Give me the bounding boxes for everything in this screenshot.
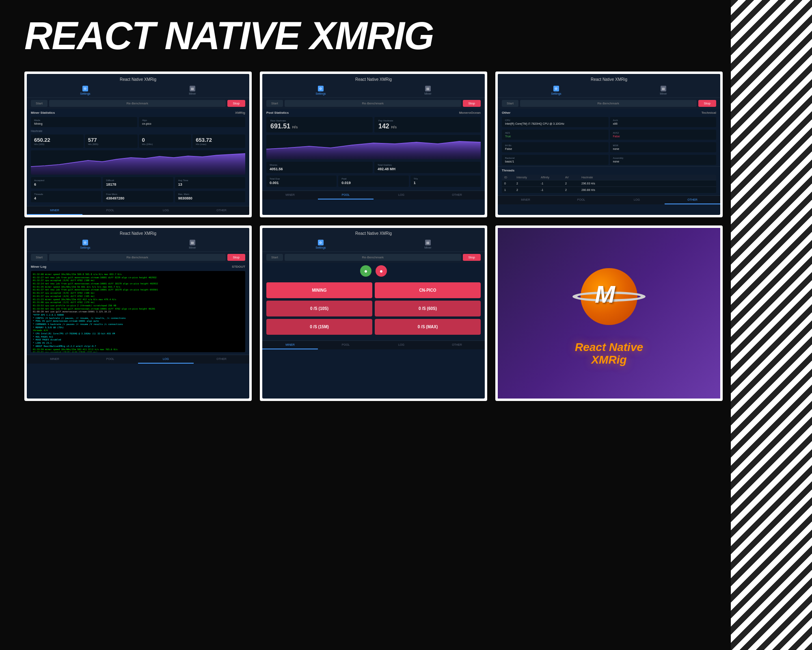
stats-row-1: Accepted 6 Difficult 18178 Avg Time 13 [27,176,249,190]
page-title: REACT NATIVE XMRIG [24,16,788,55]
paid-box: Paid 0.019 [338,176,408,187]
app-header-3: React Native XMRig [498,74,720,84]
gear-icon-5: ⚙ [318,240,324,245]
log-line: 01:01:37 cpu accepted (5/0) diff 4702 (1… [33,292,243,295]
speed-10s-button[interactable]: 0 /S (10S) [266,301,372,316]
stop-button-3[interactable]: Stop [698,100,716,107]
app-header-4: React Native XMRig [27,228,249,238]
bottom-tab-miner-1[interactable]: MINER [27,206,82,215]
txs-box: TXs 1 [410,176,481,187]
log-line: * MEMORY 5.5/8 GB (75%) [33,326,243,329]
screen-miner-inner: React Native XMRig ⚙ Settings ▤ Miner St… [27,74,249,215]
speed-max-button[interactable]: 0 /S (MAX) [375,319,481,335]
bottom-tab-pool-5[interactable]: POOL [318,341,374,349]
log-line: 01:32:08 miner speed 10s/60s/15m 569.8 5… [33,273,243,276]
aes-box: AES True [502,130,609,140]
benchmark-button-2[interactable]: Re-Benchmark [285,100,461,107]
toggle-off-button[interactable]: ● [376,265,387,277]
bottom-tab-other-3[interactable]: OTHER [665,196,720,204]
mining-controls: MINING CN-PICO 0 /S (10S) 0 /S (60S) 0 /… [262,279,485,338]
benchmark-button-4[interactable]: Re-Benchmark [49,254,226,261]
screen-pool: React Native XMRig ⚙ Settings ▤ Miner St… [260,72,487,217]
monitor-icon-3: ▤ [661,86,666,91]
bottom-tab-log-1[interactable]: LOG [138,206,194,215]
bottom-tab-other-4[interactable]: OTHER [194,355,249,364]
benchmark-button-3[interactable]: Re-Benchmark [520,100,697,107]
start-button-3[interactable]: Start [502,100,518,107]
backend-box: Backend basic/1 [502,155,609,165]
stop-button-4[interactable]: Stop [227,254,245,261]
bottom-tab-log-2[interactable]: LOG [374,191,429,199]
bottom-tab-other-2[interactable]: OTHER [429,191,485,199]
freemem-box: Free Mem 438497280 [103,191,173,202]
bottom-tab-miner-5[interactable]: MINER [262,341,318,349]
64bit-box: 64 Bit False [502,142,609,152]
mining-status-button[interactable]: MINING [266,282,372,298]
tab-settings-1[interactable]: ⚙ Settings [80,86,90,95]
bottom-tabs-2: MINER POOL LOG OTHER [262,191,485,199]
bottom-tab-pool-2[interactable]: POOL [318,191,374,199]
bottom-tab-log-5[interactable]: LOG [374,341,429,349]
tab-miner-1[interactable]: ▤ Miner [189,86,196,95]
bottom-tab-log-4[interactable]: LOG [138,355,194,364]
btn-bar-1: Start Re-Benchmark Stop [27,98,249,109]
speed-60s-button[interactable]: 0 /S (60S) [375,301,481,316]
bottom-tab-miner-2[interactable]: MINER [262,191,318,199]
mode-algo-row: Mode Mining Algo cn-pico [27,116,249,128]
tab-bar-2: ⚙ Settings ▤ Miner [262,84,485,98]
log-line: 01:33:59 net new job from gulf.monerooce… [33,308,243,311]
start-button-4[interactable]: Start [31,254,48,261]
section-label-4: Miner Log STDOUT [27,263,249,270]
tab-miner-3[interactable]: ▤ Miner [660,86,667,95]
btn-bar-3: Start Re-Benchmark Stop [498,98,720,109]
start-button-5[interactable]: Start [266,254,283,261]
toggle-on-button[interactable]: ● [360,265,371,277]
thread-table: ID Intensity Affinity AV Hashrate 0 2 -1… [502,175,716,193]
screen-other: React Native XMRig ⚙ Settings ▤ Miner St… [495,72,723,217]
tab-miner-4[interactable]: ▤ Miner [189,240,196,249]
shares-box: Shares 4051.56 [266,162,373,173]
gear-icon-4: ⚙ [82,240,88,245]
bottom-tab-pool-3[interactable]: POOL [553,196,609,204]
bottom-tab-pool-1[interactable]: POOL [82,206,138,215]
tab-miner-5[interactable]: ▤ Miner [424,240,432,249]
benchmark-button-5[interactable]: Re-Benchmark [285,254,461,261]
bottom-tab-other-5[interactable]: OTHER [429,341,485,349]
section-label-1: Miner Statistics XMRig [27,109,249,116]
hashrate-box-3: 653.72 H/s (max) [192,134,245,148]
tab-settings-4[interactable]: ⚙ Settings [80,240,90,249]
bottom-tab-other-1[interactable]: OTHER [194,206,249,215]
start-button-2[interactable]: Start [266,100,283,107]
thread-header: ID Intensity Affinity AV Hashrate [502,175,716,180]
hashrate-box-1: 577 H/s (60S) [85,134,138,148]
app-title-5: React Native XMRig [355,231,392,236]
hashrate-row: 650.22 H/s (10S) 577 H/s (60S) 0 H/s (24… [27,133,249,149]
stop-button-1[interactable]: Stop [227,100,245,107]
stop-button-2[interactable]: Stop [463,100,481,107]
thread-row-1: 1 2 -1 2 280.88 H/s [502,186,716,193]
app-title-2: React Native XMRig [355,77,392,82]
screen-log-inner: React Native XMRig ⚙ Settings ▤ Miner St… [27,228,249,399]
tab-miner-label-4: Miner [189,246,196,249]
chart-area-1 [31,150,245,175]
screen-pool-inner: React Native XMRig ⚙ Settings ▤ Miner St… [262,74,485,215]
tab-settings-5[interactable]: ⚙ Settings [315,240,326,249]
log-line: * POOL #1 gulf.moneroocean.stream:10001 … [33,320,243,323]
start-button-1[interactable]: Start [31,100,48,107]
bottom-tab-log-3[interactable]: LOG [609,196,665,204]
tab-settings-2[interactable]: ⚙ Settings [315,86,326,95]
tab-settings-3[interactable]: ⚙ Settings [551,86,561,95]
bottom-tab-miner-4[interactable]: MINER [27,355,82,364]
benchmark-button-1[interactable]: Re-Benchmark [49,100,226,107]
algo-button[interactable]: CN-PICO [375,282,481,298]
log-line: * ABOUT ReactNativeXMRig v3.2.2 arm/2 ch… [33,345,243,348]
log-area: 01:32:08 miner speed 10s/60s/15m 569.8 5… [31,271,245,352]
app-header-1: React Native XMRig [27,74,249,84]
screen-other-inner: React Native XMRig ⚙ Settings ▤ Miner St… [498,74,720,215]
bottom-tab-pool-4[interactable]: POOL [82,355,138,364]
tab-miner-2[interactable]: ▤ Miner [424,86,432,95]
stop-button-5[interactable]: Stop [463,254,481,261]
screens-grid: React Native XMRig ⚙ Settings ▤ Miner St… [0,67,747,409]
bottom-tab-miner-3[interactable]: MINER [498,196,553,204]
speed-15m-button[interactable]: 0 /S (15M) [266,319,372,335]
